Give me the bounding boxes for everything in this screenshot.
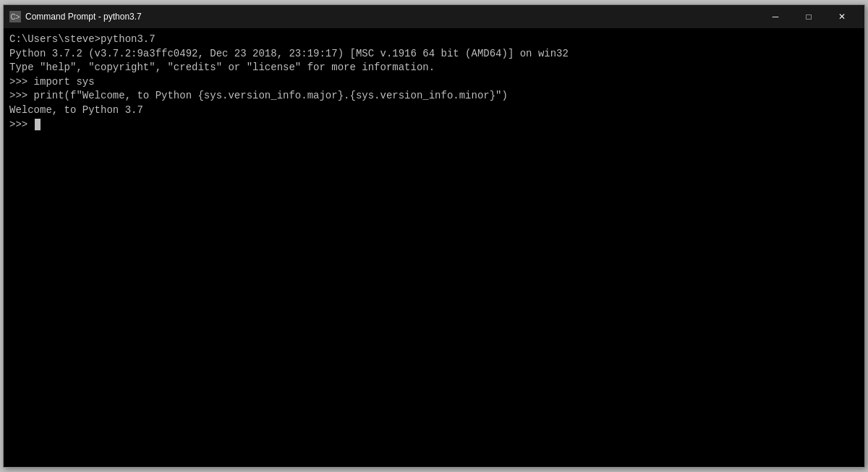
window-title: Command Prompt - python3.7: [25, 12, 142, 22]
titlebar-controls: ─ □ ✕: [759, 5, 859, 28]
window-icon-text: C>: [10, 13, 20, 21]
console-prompt-line: >>>: [9, 118, 859, 132]
minimize-button[interactable]: ─: [759, 5, 792, 28]
console-line-6: Welcome, to Python 3.7: [9, 104, 859, 118]
console-line-2: Python 3.7.2 (v3.7.2:9a3ffc0492, Dec 23 …: [9, 47, 859, 62]
console-line-5: >>> print(f"Welcome, to Python {sys.vers…: [9, 89, 859, 104]
cursor-block: [35, 119, 41, 130]
command-prompt-window: C> Command Prompt - python3.7 ─ □ ✕ C:\U…: [3, 4, 865, 468]
console-line-4: >>> import sys: [9, 75, 859, 90]
close-button[interactable]: ✕: [825, 5, 859, 28]
titlebar: C> Command Prompt - python3.7 ─ □ ✕: [4, 5, 864, 28]
titlebar-left: C> Command Prompt - python3.7: [9, 11, 142, 22]
maximize-button[interactable]: □: [792, 5, 825, 28]
console-line-3: Type "help", "copyright", "credits" or "…: [9, 61, 859, 75]
console-area[interactable]: C:\Users\steve>python3.7 Python 3.7.2 (v…: [4, 28, 864, 467]
console-line-1: C:\Users\steve>python3.7: [9, 33, 859, 47]
window-icon: C>: [9, 11, 21, 22]
console-prompt: >>>: [9, 118, 34, 132]
